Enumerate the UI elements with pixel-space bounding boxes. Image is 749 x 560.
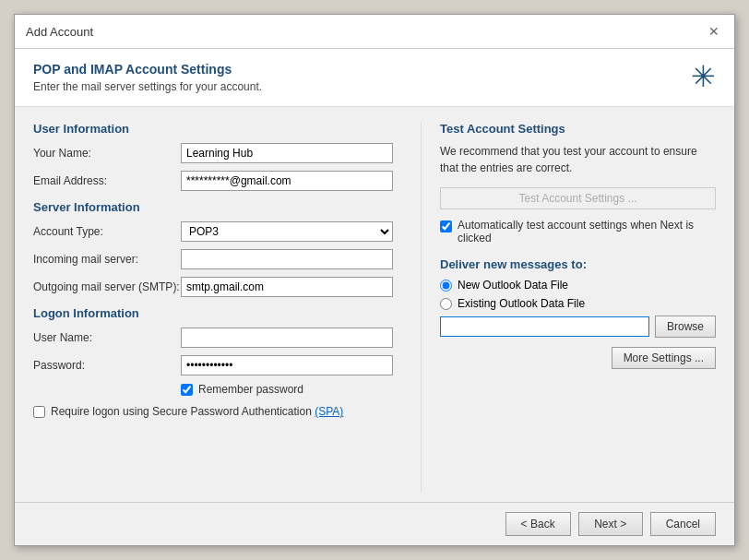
email-input[interactable]	[181, 171, 393, 191]
logon-info-title: Logon Information	[33, 306, 393, 320]
username-label: User Name:	[33, 331, 181, 344]
file-path-input[interactable]	[440, 316, 649, 337]
spa-link[interactable]: (SPA)	[315, 405, 343, 418]
header-text: POP and IMAP Account Settings Enter the …	[33, 62, 262, 93]
cancel-button[interactable]: Cancel	[650, 512, 716, 536]
password-row: Password:	[33, 355, 393, 375]
test-settings-title: Test Account Settings	[440, 122, 716, 136]
dialog-title: Add Account	[26, 25, 93, 39]
username-input[interactable]	[181, 328, 393, 348]
remember-password-checkbox[interactable]	[181, 384, 193, 396]
existing-outlook-radio[interactable]	[440, 298, 452, 310]
spa-label: Require logon using Secure Password Auth…	[51, 405, 343, 418]
password-label: Password:	[33, 359, 181, 372]
browse-button[interactable]: Browse	[655, 316, 716, 338]
snowflake-icon: ✳	[691, 62, 716, 91]
left-column: User Information Your Name: Email Addres…	[33, 122, 421, 493]
incoming-server-label: Incoming mail server:	[33, 253, 181, 266]
account-type-row: Account Type: POP3 IMAP	[33, 221, 393, 242]
spa-row: Require logon using Secure Password Auth…	[33, 405, 393, 418]
auto-test-checkbox[interactable]	[440, 220, 452, 232]
spa-checkbox[interactable]	[33, 406, 45, 418]
incoming-server-row: Incoming mail server:	[33, 249, 393, 269]
more-settings-button[interactable]: More Settings ...	[612, 347, 716, 369]
account-type-select[interactable]: POP3 IMAP	[181, 221, 393, 242]
add-account-dialog: Add Account ✕ POP and IMAP Account Setti…	[14, 14, 735, 546]
remember-password-row: Remember password	[181, 383, 393, 396]
right-column: Test Account Settings We recommend that …	[421, 122, 716, 493]
your-name-row: Your Name:	[33, 143, 393, 163]
new-outlook-row: New Outlook Data File	[440, 279, 716, 292]
your-name-input[interactable]	[181, 143, 393, 163]
deliver-title: Deliver new messages to:	[440, 257, 716, 271]
outgoing-server-row: Outgoing mail server (SMTP):	[33, 277, 393, 297]
password-input[interactable]	[181, 355, 393, 375]
email-label: Email Address:	[33, 174, 181, 187]
test-account-settings-button[interactable]: Test Account Settings ...	[440, 187, 716, 209]
dialog-content: User Information Your Name: Email Addres…	[15, 107, 734, 502]
dialog-footer: < Back Next > Cancel	[15, 502, 734, 545]
next-button[interactable]: Next >	[578, 512, 643, 536]
new-outlook-radio[interactable]	[440, 280, 452, 292]
outgoing-server-label: Outgoing mail server (SMTP):	[33, 280, 181, 293]
account-type-label: Account Type:	[33, 225, 181, 238]
existing-outlook-row: Existing Outlook Data File	[440, 297, 716, 310]
auto-test-label: Automatically test account settings when…	[458, 219, 716, 244]
new-outlook-label: New Outlook Data File	[458, 279, 568, 292]
user-info-title: User Information	[33, 122, 393, 136]
remember-password-label: Remember password	[198, 383, 303, 396]
your-name-label: Your Name:	[33, 147, 181, 160]
browse-row: Browse	[440, 316, 716, 338]
incoming-server-input[interactable]	[181, 249, 393, 269]
test-description: We recommend that you test your account …	[440, 143, 716, 176]
back-button[interactable]: < Back	[505, 512, 571, 536]
outgoing-server-input[interactable]	[181, 277, 393, 297]
header-heading: POP and IMAP Account Settings	[33, 62, 262, 77]
title-bar: Add Account ✕	[15, 15, 734, 49]
more-settings-row: More Settings ...	[440, 347, 716, 369]
server-info-title: Server Information	[33, 200, 393, 214]
existing-outlook-label: Existing Outlook Data File	[458, 297, 585, 310]
email-row: Email Address:	[33, 171, 393, 191]
username-row: User Name:	[33, 328, 393, 348]
close-button[interactable]: ✕	[705, 22, 723, 41]
header-description: Enter the mail server settings for your …	[33, 80, 262, 93]
auto-test-row: Automatically test account settings when…	[440, 219, 716, 244]
dialog-header: POP and IMAP Account Settings Enter the …	[15, 49, 734, 107]
